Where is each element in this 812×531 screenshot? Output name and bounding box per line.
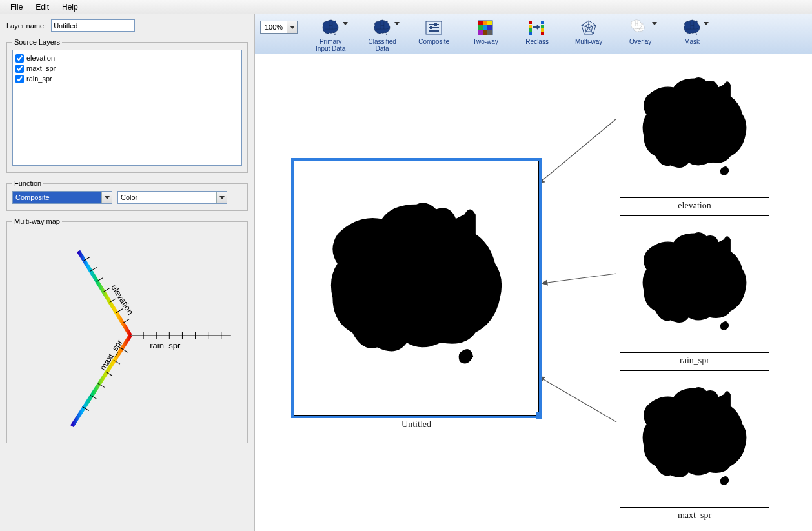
tool-multi-way[interactable]: Multi-way — [569, 17, 609, 52]
svg-rect-32 — [436, 30, 438, 32]
thumbnail-caption: rain_spr — [680, 356, 709, 366]
tool-mask[interactable]: Mask — [672, 17, 712, 52]
layer-checkbox[interactable] — [15, 75, 24, 83]
main-map-card[interactable] — [294, 161, 539, 416]
tool-label: PrimaryInput Data — [316, 38, 345, 52]
svg-rect-47 — [541, 21, 544, 24]
tool-classified-data[interactable]: ClassifiedData — [362, 17, 402, 52]
zoom-select[interactable]: 100% — [260, 21, 298, 34]
svg-rect-30 — [434, 23, 437, 26]
axis-label: elevation — [109, 283, 135, 316]
thumbnail-rain-spr[interactable] — [620, 215, 769, 353]
chevron-down-icon — [394, 22, 400, 25]
svg-rect-35 — [483, 21, 487, 25]
chevron-down-icon[interactable] — [287, 21, 297, 33]
source-layers-legend: Source Layers — [12, 38, 62, 46]
svg-rect-40 — [478, 30, 483, 35]
menu-help[interactable]: Help — [56, 1, 85, 14]
svg-rect-41 — [483, 30, 487, 35]
svg-rect-46 — [529, 32, 532, 35]
layer-row[interactable]: elevation — [15, 53, 239, 63]
function-primary-select[interactable]: Composite — [12, 191, 112, 204]
menu-edit[interactable]: Edit — [29, 1, 56, 14]
chevron-down-icon — [704, 22, 709, 25]
multiway-legend: Multi-way map — [12, 217, 62, 225]
svg-rect-34 — [478, 21, 483, 25]
tool-label: Overlay — [629, 38, 651, 45]
layer-label: elevation — [26, 54, 55, 62]
layer-checkbox[interactable] — [15, 54, 24, 63]
left-panel: Layer name: Source Layers elevation maxt… — [0, 14, 255, 531]
zoom-value: 100% — [261, 23, 287, 31]
right-panel: 100% PrimaryInput Data — [255, 14, 812, 531]
grid-icon — [477, 19, 494, 36]
function-secondary-value: Color — [118, 192, 227, 203]
thumbnail-caption: maxt_spr — [678, 510, 711, 521]
svg-rect-49 — [541, 28, 544, 32]
thumbnail-caption: elevation — [678, 201, 711, 211]
function-primary-value: Composite — [13, 192, 112, 203]
svg-rect-42 — [487, 30, 492, 35]
layer-label: maxt_spr — [26, 65, 56, 72]
menu-file[interactable]: File — [4, 1, 29, 14]
svg-line-19 — [72, 336, 130, 426]
multiway-group: Multi-way map — [6, 217, 248, 443]
svg-line-56 — [584, 28, 589, 34]
svg-line-55 — [589, 28, 593, 34]
svg-rect-48 — [541, 25, 544, 28]
svg-rect-37 — [478, 25, 483, 30]
tool-reclass[interactable]: Reclass — [517, 17, 557, 52]
svg-rect-36 — [487, 21, 492, 25]
layer-name-input[interactable] — [51, 19, 135, 32]
tool-label: Composite — [418, 38, 449, 45]
chevron-down-icon — [652, 22, 657, 25]
thumbnail-elevation[interactable] — [620, 61, 769, 198]
web-icon — [579, 19, 598, 37]
tool-two-way[interactable]: Two-way — [465, 17, 505, 52]
layer-row[interactable]: maxt_spr — [15, 63, 239, 74]
reclass-icon — [527, 19, 547, 36]
tool-label: Mask — [684, 38, 700, 45]
tool-group: PrimaryInput Data ClassifiedData — [310, 17, 712, 52]
tool-label: Two-way — [472, 38, 498, 45]
axis-label: rain_spr — [150, 341, 181, 350]
source-layers-group: Source Layers elevation maxt_spr rain_sp… — [6, 38, 248, 173]
function-legend: Function — [12, 179, 43, 187]
svg-rect-38 — [483, 25, 487, 30]
multiway-star-icon: elevation rain_spr maxt_spr — [7, 225, 247, 439]
svg-rect-45 — [529, 28, 532, 32]
layer-row[interactable]: rain_spr — [15, 74, 239, 84]
chevron-down-icon — [343, 22, 348, 25]
tool-label: Reclass — [525, 38, 549, 45]
sliders-icon — [425, 20, 443, 35]
tool-overlay[interactable]: Overlay — [620, 17, 660, 52]
svg-line-60 — [539, 377, 616, 422]
tool-primary-input-data[interactable]: PrimaryInput Data — [310, 17, 350, 52]
toolbar: 100% PrimaryInput Data — [255, 14, 812, 54]
svg-rect-31 — [430, 26, 432, 29]
layer-name-label: Layer name: — [6, 22, 46, 30]
tool-label: Multi-way — [575, 38, 602, 45]
menubar: File Edit Help — [0, 0, 812, 14]
source-layers-list[interactable]: elevation maxt_spr rain_spr — [12, 50, 242, 166]
overlay-icon — [629, 19, 652, 37]
chevron-down-icon[interactable] — [216, 192, 227, 203]
layer-checkbox[interactable] — [15, 65, 24, 73]
thumbnail-maxt-spr[interactable] — [620, 370, 769, 508]
tool-composite[interactable]: Composite — [414, 17, 454, 52]
svg-line-59 — [542, 274, 616, 283]
tool-label: ClassifiedData — [368, 38, 396, 52]
function-secondary-select[interactable]: Color — [117, 191, 227, 204]
svg-rect-50 — [541, 32, 544, 35]
chevron-down-icon[interactable] — [101, 192, 112, 203]
function-group: Function Composite Color — [6, 179, 248, 211]
svg-rect-39 — [487, 25, 492, 30]
canvas[interactable]: Untitled elevation rain_spr maxt_spr — [255, 54, 812, 531]
resize-handle[interactable] — [536, 412, 542, 419]
svg-line-58 — [539, 119, 616, 183]
layer-label: rain_spr — [26, 75, 52, 83]
main-map-caption: Untitled — [401, 419, 431, 430]
svg-rect-44 — [529, 25, 532, 28]
svg-rect-43 — [529, 21, 532, 24]
